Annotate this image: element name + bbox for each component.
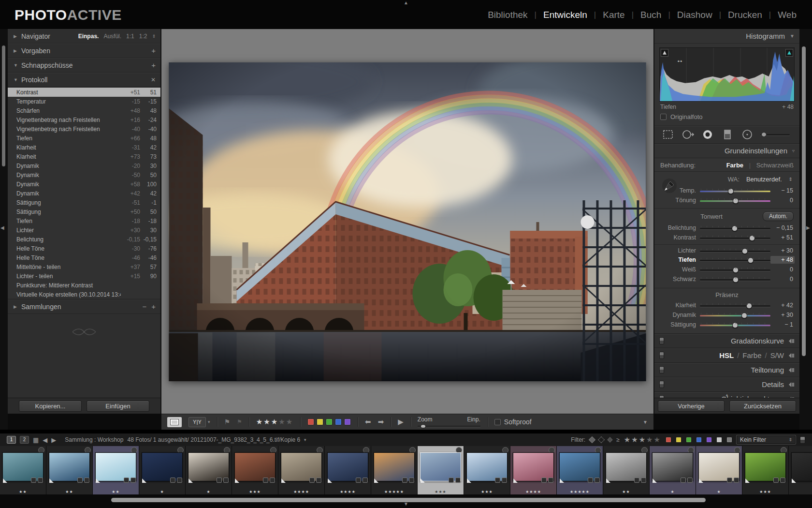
history-item[interactable]: Temperatur -15 -15 (8, 97, 160, 106)
filmstrip-thumbnail[interactable]: ★★★ (742, 446, 789, 494)
filmstrip-file-info[interactable]: 48 Fotos/ 1 ausgewählt/ 20121007-_MG_938… (127, 436, 300, 443)
slider-track[interactable] (700, 312, 770, 318)
wb-spinner-icon[interactable]: ⇕ (789, 177, 793, 182)
filter-stars-empty[interactable]: ★★ (646, 435, 661, 444)
thumbnail-photo[interactable] (652, 452, 693, 481)
farbe-tab[interactable]: Farbe (742, 351, 761, 359)
filmstrip-thumbnail[interactable] (789, 446, 812, 494)
adjust-badge-icon[interactable] (223, 478, 229, 483)
filmstrip-thumbnail[interactable]: ★★★★ (325, 446, 371, 494)
module-tab[interactable]: Bibliothek (481, 10, 534, 20)
collapse-left-arrow-icon[interactable]: ◀ (0, 225, 4, 230)
collapse-bottom-arrow-icon[interactable]: ▼ (0, 501, 812, 508)
history-item[interactable]: Tiefen +66 48 (8, 134, 160, 143)
adjust-badge-icon[interactable] (84, 478, 89, 483)
wb-preset-value[interactable]: Benutzerdef. (746, 176, 782, 183)
softproof-checkbox[interactable] (494, 419, 501, 425)
adjust-badge-icon[interactable] (641, 478, 646, 483)
crop-badge-icon[interactable] (634, 478, 639, 483)
filter-color-chip[interactable] (726, 437, 732, 443)
thumbnail-photo[interactable] (745, 452, 786, 481)
filmstrip-thumbnail[interactable]: ★ (139, 446, 186, 494)
history-item[interactable]: Mitteltöne - teilen +37 57 (8, 262, 160, 271)
left-scrollbar[interactable] (2, 45, 5, 166)
histogram-header[interactable]: Histogramm ▼ (654, 29, 799, 44)
thumbnail-photo[interactable] (559, 452, 600, 481)
slider-track[interactable] (700, 197, 770, 204)
slider-track[interactable] (700, 266, 770, 273)
filmstrip-thumbnail[interactable]: ★★★★ (510, 446, 557, 494)
filter-stars-filled[interactable]: ★★★ (624, 435, 646, 444)
crop-badge-icon[interactable] (588, 478, 593, 483)
adjust-badge-icon[interactable] (362, 478, 368, 483)
crop-badge-icon[interactable] (773, 478, 779, 483)
second-window-button[interactable]: 2 (20, 436, 29, 444)
next-photo-arrow-icon[interactable]: ➡ (378, 418, 384, 426)
navigator-zoom-option[interactable]: 1:2 (139, 33, 147, 40)
slider-knob[interactable] (733, 198, 739, 204)
slider-track[interactable] (700, 302, 770, 309)
expanded-triangle-icon[interactable]: ▼ (14, 63, 21, 68)
filmstrip-thumbnail[interactable]: ★★ (46, 446, 93, 494)
filter-gte-label[interactable]: ≥ (616, 436, 620, 443)
zoom-slider-knob[interactable] (420, 424, 426, 428)
brush-size-slider[interactable] (760, 132, 793, 137)
sammlungen-header[interactable]: ▶ Sammlungen − + (8, 299, 160, 314)
filmstrip-thumbnail[interactable]: ★★★★★ (371, 446, 418, 494)
navigator-zoom-option[interactable]: Einpas. (78, 33, 99, 40)
filmstrip-thumbnail[interactable]: ★★★ (232, 446, 278, 494)
thumbnail-rating[interactable]: ★★ (46, 490, 92, 494)
collapse-top-arrow-icon[interactable]: ▲ (0, 0, 812, 6)
add-snapshot-icon[interactable]: + (151, 61, 156, 69)
history-item[interactable]: Virtuelle Kopie erstellen (30.10.2014 13… (8, 290, 160, 299)
module-tab[interactable]: Diashow (670, 10, 719, 20)
spot-removal-tool-icon[interactable] (681, 129, 695, 140)
solo-mode-icon[interactable]: ▿ (792, 148, 795, 153)
collapsed-triangle-icon[interactable]: ▶ (14, 48, 21, 53)
adjust-badge-icon[interactable] (409, 478, 414, 483)
history-item[interactable]: Vignettenbetrag nach Freistellen +16 -24 (8, 115, 160, 124)
adjust-badge-icon[interactable] (687, 478, 693, 483)
expanded-triangle-icon[interactable]: ▼ (14, 77, 21, 82)
history-item[interactable]: Vignettenbetrag nach Freistellen -40 -40 (8, 124, 160, 134)
color-label-chip[interactable] (335, 418, 342, 425)
thumbnail-photo[interactable] (281, 452, 322, 481)
crop-badge-icon[interactable] (495, 478, 500, 483)
module-tab[interactable]: Web (771, 10, 803, 20)
color-label-chip[interactable] (317, 418, 323, 425)
filter-color-chip[interactable] (676, 437, 682, 443)
section-toggle[interactable] (659, 366, 664, 374)
brush-slider-knob[interactable] (761, 132, 767, 137)
section-toggle[interactable] (659, 352, 664, 359)
filter-pick-flag-icon[interactable] (589, 436, 595, 443)
filter-color-chip[interactable] (666, 437, 671, 443)
basic-panel-header[interactable]: Grundeinstellungen ▿ (654, 144, 799, 158)
history-item[interactable]: Dynamik +58 100 (8, 179, 160, 189)
slider-track[interactable] (700, 234, 770, 241)
thumbnail-rating[interactable]: ★★★ (418, 490, 464, 494)
toolbar-options-arrow-icon[interactable]: ▼ (643, 419, 648, 425)
crop-badge-icon[interactable] (309, 478, 315, 483)
filmstrip-thumbnail[interactable]: ★ (696, 446, 742, 494)
thumbnail-photo[interactable] (49, 452, 90, 481)
radial-filter-tool-icon[interactable] (740, 129, 754, 140)
history-item[interactable]: Lichter +30 30 (8, 225, 160, 235)
color-label-chip[interactable] (344, 418, 351, 425)
adjust-badge-icon[interactable] (734, 478, 739, 483)
remove-collection-icon[interactable]: − (142, 302, 146, 311)
slider-track[interactable] (700, 187, 770, 194)
crop-badge-icon[interactable] (77, 478, 83, 483)
photo-canvas[interactable] (169, 62, 646, 381)
vorgaben-header[interactable]: ▶ Vorgaben + (8, 44, 160, 58)
history-item[interactable]: Dynamik -20 30 (8, 161, 160, 170)
compare-view-button[interactable]: Y|Y (188, 417, 206, 427)
adjust-badge-icon[interactable] (177, 478, 182, 483)
protokoll-header[interactable]: ▼ Protokoll ✕ (8, 73, 160, 87)
crop-badge-icon[interactable] (727, 478, 732, 483)
original-photo-checkbox[interactable] (660, 114, 667, 120)
pick-flag-icon[interactable]: ⚑ (224, 418, 231, 426)
section-toggle[interactable] (659, 337, 664, 344)
filmstrip-thumbnail[interactable]: ★★ (0, 446, 46, 494)
slider-knob[interactable] (732, 225, 738, 231)
thumbnail-photo[interactable] (188, 452, 229, 481)
